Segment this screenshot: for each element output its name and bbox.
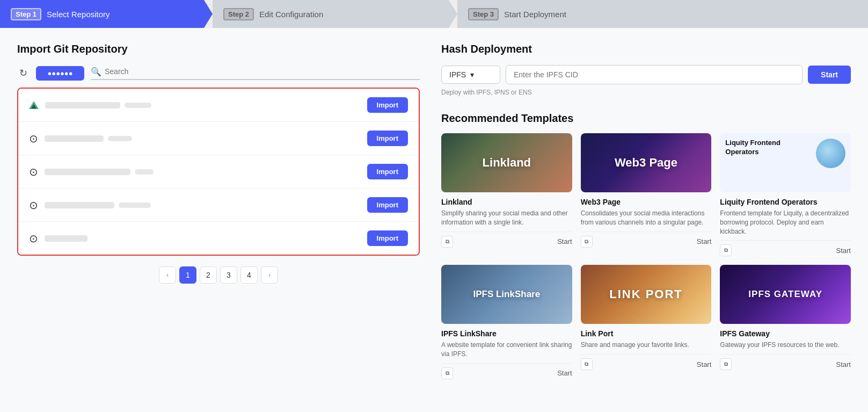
pagination-page-3[interactable]: 3 [220, 266, 237, 284]
template-thumb-text: LINK PORT [609, 287, 683, 301]
table-row: ⊙ Import [18, 122, 419, 155]
template-thumb-ipfs-linkshare: IPFS LinkShare [441, 265, 572, 324]
table-row: Import [18, 89, 419, 122]
template-small-icon: ⧉ [581, 236, 593, 248]
template-start-link[interactable]: Start [557, 369, 572, 377]
template-thumb-ipfs-gateway: IPFS GATEWAY [720, 265, 851, 324]
repo-info [45, 102, 361, 109]
liquity-blob [816, 139, 845, 168]
template-thumb-text: IPFS LinkShare [473, 289, 540, 300]
template-start-link[interactable]: Start [697, 237, 711, 245]
template-thumb-text: IPFS GATEWAY [748, 289, 822, 300]
template-thumb-text: Linkland [483, 156, 531, 170]
refresh-button[interactable]: ↻ [17, 65, 30, 81]
table-row: ⊙ Import [18, 189, 419, 222]
step-3-label: Start Deployment [504, 10, 566, 19]
template-footer: ⧉ Start [441, 363, 572, 379]
pagination-prev[interactable]: ‹ [159, 266, 176, 284]
template-thumb-liquity: Liquity FrontendOperators [720, 133, 851, 192]
template-card-web3page[interactable]: Web3 Page Web3 Page Consolidates your so… [581, 133, 712, 256]
pagination-next[interactable]: › [261, 266, 278, 284]
repo-tag-blur [119, 203, 151, 208]
template-thumb-linkport: LINK PORT [581, 265, 712, 324]
pagination-page-2[interactable]: 2 [200, 266, 217, 284]
step-1-label: Select Repository [47, 10, 110, 19]
ipfs-label: IPFS [449, 70, 466, 79]
repo-tag-blur [135, 169, 154, 175]
template-small-icon: ⧉ [720, 358, 732, 370]
right-panel: Hash Deployment IPFS ▾ Start Deploy with… [441, 43, 851, 379]
repo-info [45, 135, 361, 142]
ipfs-select[interactable]: IPFS ▾ [441, 66, 500, 84]
left-panel: Import Git Repository ↻ ●●●●●● 🔍 Impo [17, 43, 441, 379]
repo-name-blur [45, 135, 104, 142]
search-box: 🔍 [91, 67, 420, 80]
step-bar: Step 1 Select Repository Step 2 Edit Con… [0, 0, 868, 28]
template-small-icon: ⧉ [720, 244, 732, 256]
template-thumb-linkland: Linkland [441, 133, 572, 192]
import-button[interactable]: Import [367, 197, 408, 213]
repo-name-blur [45, 169, 130, 175]
template-name: IPFS Gateway [720, 329, 851, 338]
import-button[interactable]: Import [367, 131, 408, 146]
template-start-link[interactable]: Start [697, 360, 711, 368]
github-icon: ⊙ [29, 199, 38, 212]
hash-deployment-title: Hash Deployment [441, 43, 851, 55]
template-start-link[interactable]: Start [836, 360, 851, 368]
template-name: Web3 Page [581, 198, 712, 206]
chevron-down-icon: ▾ [470, 70, 474, 79]
pagination-page-4[interactable]: 4 [240, 266, 258, 284]
template-name: Link Port [581, 329, 712, 338]
template-desc: Frontend template for Liquity, a decentr… [720, 209, 851, 236]
template-start-link[interactable]: Start [557, 237, 572, 245]
repo-name-blur [45, 235, 87, 242]
template-desc: Consolidates your social media interacti… [581, 209, 712, 227]
hash-row: IPFS ▾ Start [441, 65, 851, 84]
template-thumb-web3page: Web3 Page [581, 133, 712, 192]
vue-icon [29, 98, 39, 112]
step-1-num: Step 1 [11, 8, 41, 20]
step-3[interactable]: Step 3 Start Deployment [457, 0, 868, 28]
template-name: Liquity Frontend Operators [720, 198, 851, 206]
template-card-liquity[interactable]: Liquity FrontendOperators Liquity Fronte… [720, 133, 851, 256]
repo-info [45, 235, 361, 242]
template-desc: Gateway your IPFS resources to the web. [720, 341, 851, 350]
import-button[interactable]: Import [367, 164, 408, 179]
repo-name-blur [45, 202, 114, 208]
template-small-icon: ⧉ [441, 367, 453, 379]
step-2-label: Edit Configuration [259, 10, 323, 19]
template-footer: ⧉ Start [720, 240, 851, 256]
import-git-title: Import Git Repository [17, 43, 420, 55]
import-button[interactable]: Import [367, 97, 408, 113]
template-card-linkport[interactable]: LINK PORT Link Port Share and manage you… [581, 265, 712, 379]
template-card-ipfs-gateway[interactable]: IPFS GATEWAY IPFS Gateway Gateway your I… [720, 265, 851, 379]
step-1[interactable]: Step 1 Select Repository [0, 0, 204, 28]
ipfs-cid-input[interactable] [506, 65, 803, 84]
template-start-link[interactable]: Start [836, 247, 851, 255]
template-name: IPFS LinkShare [441, 329, 572, 338]
template-small-icon: ⧉ [441, 236, 453, 248]
template-footer: ⧉ Start [441, 232, 572, 248]
hash-start-button[interactable]: Start [808, 66, 851, 84]
template-card-linkland[interactable]: Linkland Linkland Simplify sharing your … [441, 133, 572, 256]
pagination: ‹ 1 2 3 4 › [17, 266, 420, 284]
step-2[interactable]: Step 2 Edit Configuration [213, 0, 449, 28]
templates-section: Recommended Templates Linkland Linkland … [441, 112, 851, 379]
repo-info [45, 202, 361, 208]
account-selector-button[interactable]: ●●●●●● [36, 66, 84, 81]
template-card-ipfs-linkshare[interactable]: IPFS LinkShare IPFS LinkShare A website … [441, 265, 572, 379]
repo-toolbar: ↻ ●●●●●● 🔍 [17, 65, 420, 81]
template-thumb-text: Web3 Page [615, 156, 677, 170]
repo-list: Import ⊙ Import ⊙ Import [17, 88, 420, 256]
main-layout: Import Git Repository ↻ ●●●●●● 🔍 Impo [0, 28, 868, 394]
template-footer: ⧉ Start [581, 354, 712, 370]
step-3-num: Step 3 [468, 8, 499, 20]
pagination-page-1[interactable]: 1 [179, 266, 196, 284]
import-button[interactable]: Import [367, 230, 408, 246]
repo-name-blur [45, 102, 120, 109]
search-input[interactable] [105, 67, 420, 76]
github-icon: ⊙ [29, 165, 38, 178]
templates-grid: Linkland Linkland Simplify sharing your … [441, 133, 851, 379]
template-desc: A website template for convenient link s… [441, 341, 572, 359]
template-desc: Simplify sharing your social media and o… [441, 209, 572, 227]
